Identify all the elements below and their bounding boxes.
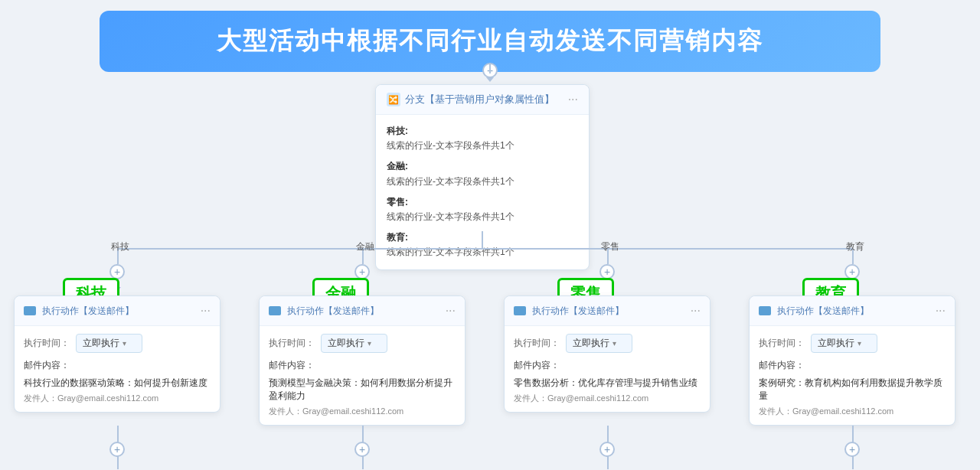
finance-exec-row: 执行时间： 立即执行 ▾	[269, 334, 456, 353]
finance-bottom-stem	[362, 455, 364, 469]
top-connector-line	[489, 63, 491, 73]
retail-plus-button[interactable]: +	[599, 264, 615, 279]
tech-exec-select[interactable]: 立即执行 ▾	[76, 334, 142, 353]
retail-exec-row: 执行时间： 立即执行 ▾	[514, 334, 701, 353]
retail-exec-select[interactable]: 立即执行 ▾	[566, 334, 632, 353]
retail-mail-title: 零售数据分析：优化库存管理与提升销售业绩	[514, 377, 701, 390]
branch-icon: 🔀	[387, 93, 400, 106]
retail-bottom-line	[607, 426, 609, 442]
action-card-retail-header-left: 执行动作【发送邮件】	[514, 305, 624, 318]
edu-exec-select[interactable]: 立即执行 ▾	[811, 334, 877, 353]
email-icon-retail	[514, 306, 526, 315]
tech-bottom-line	[117, 426, 119, 442]
action-card-edu-header: 执行动作【发送邮件】 ···	[750, 296, 955, 326]
branch-header-left: 🔀 分支【基于营销用户对象属性值】	[387, 93, 554, 106]
edu-bottom-plus[interactable]: +	[844, 442, 860, 457]
finance-label: 金融	[354, 240, 376, 253]
action-card-finance-body: 执行时间： 立即执行 ▾ 邮件内容： 预测模型与金融决策：如何利用数据分析提升盈…	[260, 326, 465, 425]
action-card-tech-header: 执行动作【发送邮件】 ···	[15, 296, 220, 326]
action-card-tech-body: 执行时间： 立即执行 ▾ 邮件内容： 科技行业的数据驱动策略：如何提升创新速度 …	[15, 326, 220, 412]
edu-plus-button[interactable]: +	[844, 264, 860, 279]
edu-mail-sender: 发件人：Gray@email.ceshi112.com	[759, 406, 946, 417]
finance-bottom-plus[interactable]: +	[354, 442, 370, 457]
finance-plus-button[interactable]: +	[354, 264, 370, 279]
retail-mail-label: 邮件内容：	[514, 359, 701, 372]
branch-card-header: 🔀 分支【基于营销用户对象属性值】 ···	[376, 85, 589, 115]
branch-bottom-line	[482, 231, 483, 248]
action-card-retail-label: 执行动作【发送邮件】	[532, 305, 624, 318]
email-icon-edu	[759, 306, 771, 315]
branch-item-0: 科技: 线索的行业-文本字段条件共1个	[387, 124, 578, 153]
edu-exec-row: 执行时间： 立即执行 ▾	[759, 334, 946, 353]
h-branch-line	[117, 248, 852, 250]
action-card-finance-header-left: 执行动作【发送邮件】	[269, 305, 379, 318]
action-card-edu-dots[interactable]: ···	[936, 304, 946, 318]
action-card-edu-header-left: 执行动作【发送邮件】	[759, 305, 869, 318]
action-card-retail: 执行动作【发送邮件】 ··· 执行时间： 立即执行 ▾ 邮件内容： 零售数据分析…	[504, 295, 710, 413]
branch-menu-dots[interactable]: ···	[568, 93, 578, 106]
finance-exec-select[interactable]: 立即执行 ▾	[321, 334, 387, 353]
top-arrow	[486, 77, 494, 82]
edu-mail-title: 案例研究：教育机构如何利用数据提升教学质量	[759, 377, 946, 403]
finance-mail-label: 邮件内容：	[269, 359, 456, 372]
retail-bottom-plus[interactable]: +	[599, 442, 615, 457]
tech-mail-sender: 发件人：Gray@email.ceshi112.com	[24, 393, 211, 404]
action-card-finance-label: 执行动作【发送邮件】	[287, 305, 379, 318]
finance-mail-sender: 发件人：Gray@email.ceshi112.com	[269, 406, 456, 417]
action-card-edu-label: 执行动作【发送邮件】	[777, 305, 869, 318]
action-card-finance-dots[interactable]: ···	[446, 304, 456, 318]
tech-exec-row: 执行时间： 立即执行 ▾	[24, 334, 211, 353]
tech-plus-button[interactable]: +	[109, 264, 125, 279]
action-card-finance: 执行动作【发送邮件】 ··· 执行时间： 立即执行 ▾ 邮件内容： 预测模型与金…	[259, 295, 466, 426]
action-card-edu: 执行动作【发送邮件】 ··· 执行时间： 立即执行 ▾ 邮件内容： 案例研究：教…	[749, 295, 956, 426]
email-icon-finance	[269, 306, 281, 315]
action-card-retail-body: 执行时间： 立即执行 ▾ 邮件内容： 零售数据分析：优化库存管理与提升销售业绩 …	[505, 326, 710, 412]
action-card-retail-dots[interactable]: ···	[691, 304, 701, 318]
branch-label-text: 分支【基于营销用户对象属性值】	[405, 93, 554, 106]
action-card-finance-header: 执行动作【发送邮件】 ···	[260, 296, 465, 326]
action-card-tech-dots[interactable]: ···	[201, 304, 211, 318]
edu-bottom-stem	[852, 455, 854, 469]
retail-label: 零售	[599, 240, 621, 253]
edu-bottom-line	[852, 426, 854, 442]
canvas: 大型活动中根据不同行业自动发送不同营销内容 + 🔀 分支【基于营销用户对象属性值…	[0, 0, 980, 470]
action-card-tech-header-left: 执行动作【发送邮件】	[24, 305, 134, 318]
email-icon-tech	[24, 306, 36, 315]
retail-mail-sender: 发件人：Gray@email.ceshi112.com	[514, 393, 701, 404]
edu-label: 教育	[844, 240, 866, 253]
branch-item-2: 零售: 线索的行业-文本字段条件共1个	[387, 195, 578, 224]
action-card-retail-header: 执行动作【发送邮件】 ···	[505, 296, 710, 326]
page-title: 大型活动中根据不同行业自动发送不同营销内容	[124, 24, 856, 58]
retail-bottom-stem	[607, 455, 609, 469]
finance-mail-title: 预测模型与金融决策：如何利用数据分析提升盈利能力	[269, 377, 456, 403]
edu-mail-label: 邮件内容：	[759, 359, 946, 372]
action-card-edu-body: 执行时间： 立即执行 ▾ 邮件内容： 案例研究：教育机构如何利用数据提升教学质量…	[750, 326, 955, 425]
tech-mail-label: 邮件内容：	[24, 359, 211, 372]
action-card-tech: 执行动作【发送邮件】 ··· 执行时间： 立即执行 ▾ 邮件内容： 科技行业的数…	[14, 295, 220, 413]
tech-mail-title: 科技行业的数据驱动策略：如何提升创新速度	[24, 377, 211, 390]
finance-bottom-line	[362, 426, 364, 442]
action-card-tech-label: 执行动作【发送邮件】	[42, 305, 134, 318]
tech-label: 科技	[109, 240, 131, 253]
tech-bottom-stem	[117, 455, 119, 469]
tech-bottom-plus[interactable]: +	[109, 442, 125, 457]
branch-item-1: 金融: 线索的行业-文本字段条件共1个	[387, 159, 578, 188]
